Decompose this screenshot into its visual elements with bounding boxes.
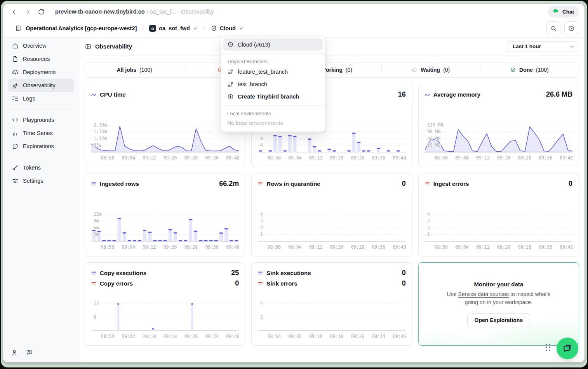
breadcrumb-workspace[interactable]: Operational Analytics [gcp-europe-west2] xyxy=(26,25,137,31)
create-branch-label: Create Tinybird branch xyxy=(238,94,299,100)
bar-red-legend-icon xyxy=(258,281,263,286)
chevron-down-icon xyxy=(193,26,198,31)
jobs-status-tabbar: All jobs(100)Error(0)Working(0)Waiting(0… xyxy=(85,62,579,78)
svg-text:09:10: 09:10 xyxy=(143,334,156,339)
svg-text:12: 12 xyxy=(94,301,99,306)
svg-text:09:04: 09:04 xyxy=(289,155,302,161)
chart-rows-in-quarantine: 432108:5609:0409:1209:2009:2809:3609:48 xyxy=(258,209,405,252)
chart-area: 120 MB90 MB60 MB30 MB08:5609:0409:1209:2… xyxy=(425,120,572,163)
branch-item-test_branch[interactable]: test_branch xyxy=(221,78,325,90)
svg-text:3: 3 xyxy=(260,218,263,223)
sidebar-item-label: Playgrounds xyxy=(23,117,54,123)
url-bar[interactable]: preview-tb-canon-new.tinybird.co / oa_so… xyxy=(55,9,214,15)
sidebar-divider xyxy=(9,157,73,157)
service-data-sources-link[interactable]: Service data sources xyxy=(458,291,509,297)
no-local-environments-text: No local environments xyxy=(221,118,325,130)
tab-done[interactable]: Done(100) xyxy=(480,62,579,77)
svg-text:08:56: 08:56 xyxy=(101,244,115,250)
forward-button[interactable] xyxy=(24,8,31,16)
card-ingest-errors: Ingest errors0432108:5609:0409:1209:2009… xyxy=(418,173,579,256)
drag-handle[interactable] xyxy=(546,344,550,351)
search-button[interactable] xyxy=(546,21,560,35)
svg-text:09:12: 09:12 xyxy=(309,155,322,161)
tab-waiting[interactable]: Waiting(0) xyxy=(381,62,480,77)
shield-icon xyxy=(227,42,234,48)
svg-text:09:20: 09:20 xyxy=(497,244,511,250)
sidebar-item-settings[interactable]: Settings xyxy=(8,174,74,187)
plus-circle-icon xyxy=(227,94,234,100)
svg-text:09:18: 09:18 xyxy=(330,334,344,339)
svg-text:09:04: 09:04 xyxy=(122,155,135,161)
project-dropdown-trigger[interactable]: o oa_sot_fwd xyxy=(149,25,198,32)
list-checks-icon xyxy=(12,95,19,102)
sidebar-item-time-series[interactable]: Time Series xyxy=(8,126,74,140)
sidebar-item-label: Deployments xyxy=(23,69,56,75)
sidebar-item-resources[interactable]: Resources xyxy=(8,52,74,66)
back-button[interactable] xyxy=(10,8,18,16)
open-explorations-button[interactable]: Open Explorations xyxy=(467,313,530,327)
chat-bubble-icon xyxy=(553,9,560,15)
refresh-icon xyxy=(38,9,45,15)
svg-text:09:48: 09:48 xyxy=(560,155,572,161)
tab-all-jobs[interactable]: All jobs(100) xyxy=(85,62,184,77)
sidebar-item-label: Logs xyxy=(23,95,35,102)
svg-text:09:48: 09:48 xyxy=(226,244,239,250)
svg-text:09:26: 09:26 xyxy=(184,334,198,339)
bar-chart-icon xyxy=(12,130,19,137)
home-icon xyxy=(12,42,19,49)
svg-text:09:28: 09:28 xyxy=(184,244,198,250)
feedback-button[interactable] xyxy=(26,349,33,356)
code-icon xyxy=(12,116,19,123)
chat-fab[interactable] xyxy=(557,338,578,359)
shield-check-icon xyxy=(227,42,234,48)
user-menu-button[interactable] xyxy=(11,349,18,356)
svg-text:08:56: 08:56 xyxy=(434,155,448,161)
metric-label: Sink errors xyxy=(266,280,297,287)
metric-value: 16 xyxy=(398,90,406,99)
tab-label: Waiting xyxy=(421,67,440,73)
user-icon xyxy=(11,349,18,356)
svg-text:08:56: 08:56 xyxy=(434,244,448,250)
tab-label: Done xyxy=(519,67,533,73)
collapse-panel-icon[interactable] xyxy=(85,43,92,50)
svg-text:8: 8 xyxy=(260,136,263,141)
metric-row: Sink executions0 xyxy=(258,268,405,278)
sliders-icon xyxy=(12,177,19,184)
refresh-button[interactable] xyxy=(37,8,45,16)
sidebar-item-tokens[interactable]: Tokens xyxy=(8,161,74,174)
sidebar-item-observability[interactable]: Observability xyxy=(8,79,74,92)
sidebar-item-logs[interactable]: Logs xyxy=(8,92,74,105)
svg-text:30 MB: 30 MB xyxy=(427,142,441,148)
bar-red-legend-icon xyxy=(425,182,430,186)
monitor-body-text: Use xyxy=(447,291,458,297)
main-content: Observability Last 1 hour All jobs(100)E… xyxy=(78,38,585,362)
metric-value: 66.2m xyxy=(219,180,239,188)
chat-button[interactable]: Chat xyxy=(548,6,579,17)
svg-text:09:36: 09:36 xyxy=(539,244,552,250)
svg-text:09:36: 09:36 xyxy=(539,155,552,161)
environment-name: Cloud xyxy=(220,25,236,31)
key-icon xyxy=(12,164,19,171)
svg-text:90 MB: 90 MB xyxy=(427,129,441,134)
sidebar-item-playgrounds[interactable]: Playgrounds xyxy=(8,113,74,126)
create-branch-item[interactable]: Create Tinybird branch xyxy=(221,90,325,103)
metric-row: Copy errors0 xyxy=(91,278,239,289)
sidebar-item-explorations[interactable]: Explorations xyxy=(8,140,74,153)
sidebar-item-deployments[interactable]: Deployments xyxy=(8,66,74,79)
environment-dropdown-trigger[interactable]: Cloud xyxy=(210,25,244,32)
help-button[interactable] xyxy=(564,21,578,35)
svg-text:09:28: 09:28 xyxy=(518,244,531,250)
dropdown-section-branches: Tinybird Branches xyxy=(221,56,325,66)
svg-text:09:48: 09:48 xyxy=(393,155,405,161)
bar-indigo-legend-icon xyxy=(258,271,263,275)
sidebar-item-overview[interactable]: Overview xyxy=(8,39,74,52)
svg-text:08:54: 08:54 xyxy=(268,334,281,339)
time-range-select[interactable]: Last 1 hour xyxy=(508,41,579,52)
branch-item-feature_test_branch[interactable]: feature_test_branch xyxy=(221,66,325,78)
dropdown-item-cloud[interactable]: Cloud (#619) xyxy=(223,38,323,51)
tab-count: (0) xyxy=(346,67,352,73)
bar-indigo-legend-icon xyxy=(91,271,96,275)
breadcrumb-separator: / xyxy=(202,25,207,31)
svg-text:09:20: 09:20 xyxy=(330,155,344,161)
metric-label: Ingested rows xyxy=(100,180,139,187)
